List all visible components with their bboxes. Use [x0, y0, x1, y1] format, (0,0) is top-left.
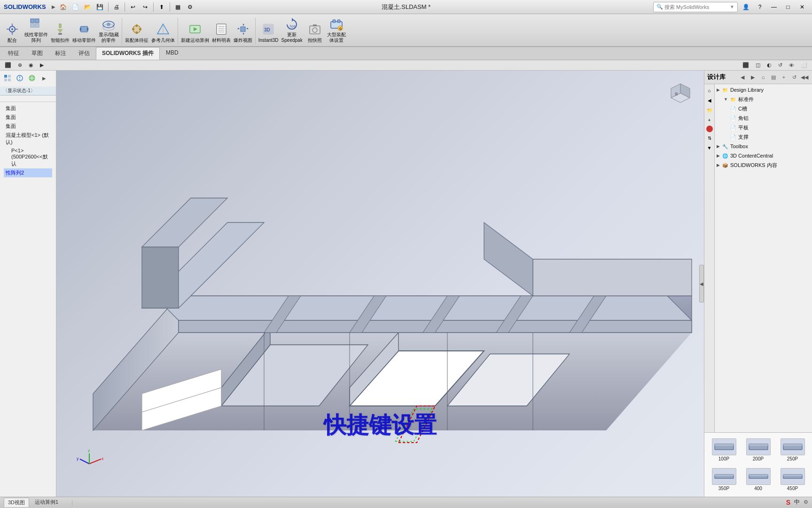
new-motion-button[interactable]: 新建运动算例 [180, 16, 210, 44]
part-200p[interactable]: 200P [742, 437, 774, 463]
rp-icon-back[interactable]: ◀ [705, 96, 714, 104]
material-bom-button[interactable]: 材料明表 [211, 16, 232, 44]
part-450p[interactable]: 450P [777, 466, 808, 493]
rp-node-sw-content[interactable]: ▶ 📦 SOLIDWORKS 内容 [715, 160, 812, 170]
grid-button[interactable]: ▦ [172, 1, 184, 13]
ref-geom-button[interactable]: 参考几何体 [150, 16, 176, 44]
new-file-button[interactable]: 📄 [70, 1, 81, 13]
explode-view-button[interactable]: 爆炸视图 [233, 16, 253, 44]
rp-node-design-library[interactable]: ▶ 📁 Design Library [715, 85, 812, 95]
undo-icon: ↩ [131, 4, 135, 10]
user-button[interactable]: 👤 [740, 1, 751, 13]
rp-add-button[interactable]: + [779, 72, 789, 82]
tab-eval[interactable]: 评估 [72, 47, 96, 60]
part-350p[interactable]: 350P [708, 466, 740, 493]
tab-feature[interactable]: 特征 [2, 47, 25, 60]
smart-fastener-button[interactable]: 智能扣件 [50, 16, 70, 44]
hide-show-button[interactable]: 👁 [786, 62, 797, 69]
tree-item-0[interactable]: 集面 [4, 104, 52, 113]
search-box[interactable]: 🔍 ▼ [653, 2, 738, 12]
part-400[interactable]: 400 [742, 466, 774, 493]
search-dropdown-icon[interactable]: ▼ [730, 4, 734, 9]
rp-expand-button[interactable]: ▤ [769, 72, 778, 82]
print-button[interactable]: 🖨 [111, 1, 122, 13]
expand-arrow[interactable]: ▶ [52, 4, 55, 9]
tree-item-2[interactable]: 集面 [4, 122, 52, 131]
tab-solidworks-plugins[interactable]: SOLIDWORKS 插件 [96, 47, 160, 60]
rp-home-button[interactable]: ⌂ [758, 72, 768, 82]
rp-back-button[interactable]: ◀ [738, 72, 747, 82]
statusbar-tab-3d[interactable]: 3D视图 [4, 498, 29, 507]
rp-icon-folder[interactable]: 📁 [705, 106, 714, 114]
rp-node-c-slot[interactable]: 📄 C槽 [715, 104, 812, 113]
rp-icon-home[interactable]: ⌂ [705, 86, 714, 95]
rp-node-toolbox[interactable]: ▶ 🔧 Toolbox [715, 142, 812, 151]
assembly-conf-button[interactable]: 装配体待征 [124, 16, 149, 44]
tab-markup[interactable]: 标注 [49, 47, 72, 60]
rp-node-angle[interactable]: 📄 角铝 [715, 113, 812, 123]
display-mode-button[interactable]: ◫ [753, 61, 763, 69]
svg-marker-40 [292, 18, 294, 22]
rp-node-flatplate[interactable]: 📄 平板 [715, 123, 812, 132]
view-cube[interactable]: 前 [662, 74, 699, 112]
tree-item-p1[interactable]: P<1> (500P2600<<默认 [4, 147, 52, 168]
display-pane-icon[interactable] [26, 72, 38, 84]
assemble-button[interactable]: 配合 [2, 16, 23, 44]
rp-forward-button[interactable]: ▶ [748, 72, 757, 82]
snapshot-label: 拍快照 [308, 38, 322, 43]
ref-geom-label: 参考几何体 [151, 38, 175, 43]
home-button[interactable]: 🏠 [58, 1, 69, 13]
search-input[interactable] [664, 4, 730, 10]
redo-button[interactable]: ↪ [140, 1, 151, 13]
view-options-button[interactable]: ⬛ [2, 61, 14, 69]
rp-icon-filter[interactable]: ▼ [705, 143, 714, 152]
snapshot-button[interactable]: 拍快照 [304, 16, 325, 44]
undo-button[interactable]: ↩ [127, 1, 139, 13]
part-100p[interactable]: 100P [708, 437, 740, 463]
tab-mbd[interactable]: MBD [160, 47, 185, 60]
rp-collapse-button[interactable]: ◀◀ [800, 72, 809, 82]
settings-button[interactable]: ⚙ [185, 1, 196, 13]
view-tb2[interactable]: ⬜ [798, 61, 810, 69]
tree-item-array2[interactable]: 性阵列2 [4, 168, 52, 177]
section-button[interactable]: ◉ [26, 61, 36, 69]
feature-tree-icon[interactable] [2, 72, 13, 84]
rp-icon-sort[interactable]: ⇅ [705, 134, 714, 142]
tree-item-1[interactable]: 集面 [4, 113, 52, 122]
cursor-button[interactable]: ⬆ [156, 1, 167, 13]
compass-button[interactable]: ⊕ [15, 61, 25, 69]
open-file-button[interactable]: 📂 [82, 1, 94, 13]
update-button[interactable]: Spd 更新Speedpak [281, 16, 304, 44]
tab-sketch[interactable]: 草图 [25, 47, 49, 60]
large-assembly-button[interactable]: ⚙ 大型装配体设置 [326, 16, 347, 44]
right-panel-collapse[interactable]: ◀ [699, 265, 704, 302]
rp-icon-add-loc[interactable]: + [705, 116, 714, 124]
window-close-button[interactable]: ✕ [796, 1, 808, 13]
property-icon[interactable] [14, 72, 25, 84]
expand-tb2[interactable]: ▶ [37, 61, 47, 69]
window-minimize-button[interactable]: — [768, 1, 780, 13]
help-button[interactable]: ? [754, 1, 765, 13]
rp-node-standard[interactable]: ▼ 📁 标准件 [715, 95, 812, 104]
rp-refresh-button[interactable]: ↺ [789, 72, 799, 82]
rotate-button[interactable]: ↺ [775, 61, 785, 69]
lang-indicator: 中 [794, 498, 800, 506]
tree-item-concrete[interactable]: 混凝土模型<1> (默认) [4, 131, 52, 147]
instant3d-button[interactable]: 3D Instant3D [258, 16, 280, 44]
scene-button[interactable]: ◐ [764, 61, 774, 69]
move-part-button[interactable]: 移动零部件 [71, 16, 97, 44]
part-250p[interactable]: 250P [777, 437, 808, 463]
view-orient-button[interactable]: ⬛ [740, 61, 752, 69]
linear-pattern-button[interactable]: 线性零部件阵列 [23, 16, 49, 44]
rotate-icon: ↺ [778, 62, 782, 68]
expand-left-icon[interactable]: ▶ [39, 72, 50, 84]
viewport[interactable]: 快捷键设置 x y z 前 ◀ [56, 71, 704, 497]
show-hidden-button[interactable]: 显示/隐藏的零件 [98, 16, 120, 44]
statusbar-tab-motion[interactable]: 运动算例1 [31, 498, 62, 507]
rp-icon-color[interactable] [706, 126, 713, 132]
rp-node-3d-central[interactable]: ▶ 🌐 3D ContentCentral [715, 151, 812, 160]
ribbon: 配合 线性零部件阵列 智能扣件 移动零部件 显示/隐藏的零件 [0, 14, 812, 47]
save-button[interactable]: 💾 [94, 1, 106, 13]
window-expand-button[interactable]: □ [782, 1, 794, 13]
rp-node-support[interactable]: 📄 支撑 [715, 132, 812, 142]
